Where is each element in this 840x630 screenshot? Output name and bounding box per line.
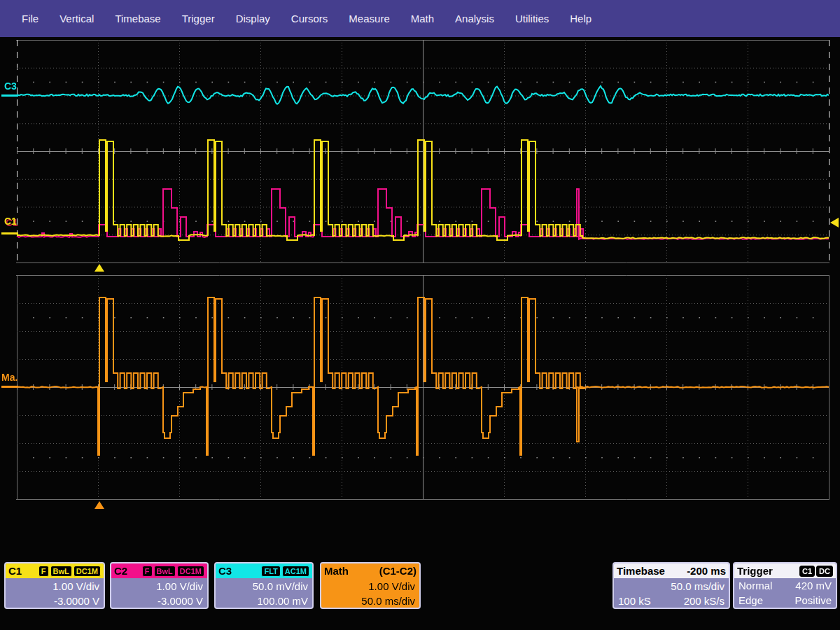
menu-analysis[interactable]: Analysis	[444, 8, 505, 29]
math-vdiv: 1.00 V/div	[326, 579, 415, 594]
c3-descriptor-box[interactable]: C3 FLT AC1M 50.0 mV/div 100.00 mV	[214, 562, 314, 609]
menu-vertical[interactable]: Vertical	[49, 8, 104, 29]
math-tdiv: 50.0 ms/div	[326, 594, 415, 608]
trigger-level-marker[interactable]	[830, 218, 839, 227]
trigger-mode: Normal	[738, 578, 772, 593]
c2-settings: 1.00 V/div -3.0000 V	[111, 578, 207, 608]
c2-bwl-badge: BwL	[154, 566, 176, 577]
c2-coupling-badge: DC1M	[177, 566, 204, 577]
math-formula: (C1-C2)	[379, 565, 416, 577]
c3-coupling-badge: AC1M	[282, 566, 309, 577]
c3-trace-label[interactable]: C3	[4, 82, 17, 91]
trigger-row-1: Normal 420 mV	[734, 578, 836, 593]
trigger-name: Trigger	[737, 565, 773, 577]
trigger-type: Edge	[738, 593, 763, 608]
oscilloscope-screen: File Vertical Timebase Trigger Display C…	[0, 0, 840, 630]
menu-timebase[interactable]: Timebase	[104, 8, 171, 29]
menu-file[interactable]: File	[11, 8, 49, 29]
c1-vdiv: 1.00 V/div	[10, 579, 99, 594]
c2-descriptor-box[interactable]: C2 F BwL DC1M 1.00 V/div -3.0000 V	[110, 562, 209, 609]
menu-bar: File Vertical Timebase Trigger Display C…	[0, 0, 840, 37]
waveform-display[interactable]	[0, 0, 840, 630]
math-zero-indicator	[1, 386, 18, 388]
c1-header: C1 F BwL DC1M	[6, 564, 104, 578]
timebase-rate: 200 kS/s	[684, 594, 724, 608]
c3-vdiv: 50.0 mV/div	[220, 579, 308, 594]
c1-settings: 1.00 V/div -3.0000 V	[6, 578, 104, 608]
c1-descriptor-box[interactable]: C1 F BwL DC1M 1.00 V/div -3.0000 V	[4, 562, 105, 609]
timebase-samples: 100 kS	[618, 594, 651, 608]
c2-coupling-badge-f: F	[142, 566, 153, 577]
c2-header: C2 F BwL DC1M	[111, 564, 207, 578]
c1-name: C1	[8, 565, 22, 577]
math-trace-label[interactable]: Ma.	[1, 373, 18, 382]
menu-cursors[interactable]: Cursors	[281, 8, 339, 29]
c1-coupling-badge-f: F	[38, 566, 49, 577]
c2-name: C2	[114, 565, 127, 577]
menu-display[interactable]: Display	[225, 8, 281, 29]
c3-offset: 100.00 mV	[220, 594, 308, 608]
c2-offset: -3.0000 V	[115, 594, 203, 608]
trigger-coupling-badge: DC	[816, 566, 833, 577]
c3-zero-indicator	[1, 94, 18, 97]
math-settings: 1.00 V/div 50.0 ms/div	[321, 578, 419, 608]
math-descriptor-box[interactable]: Math (C1-C2) 1.00 V/div 50.0 ms/div	[320, 562, 421, 609]
menu-help[interactable]: Help	[559, 8, 602, 29]
timebase-delay: -200 ms	[687, 565, 726, 577]
c1-zero-indicator	[1, 232, 18, 234]
c3-filter-badge: FLT	[261, 566, 280, 577]
c1-trace-label[interactable]: C1	[4, 217, 17, 226]
trigger-time-marker-top[interactable]	[94, 264, 104, 272]
c2-vdiv: 1.00 V/div	[115, 579, 203, 594]
math-header: Math (C1-C2)	[321, 564, 419, 578]
timebase-sampling: 100 kS 200 kS/s	[614, 594, 729, 608]
c1-bwl-badge: BwL	[50, 566, 72, 577]
timebase-descriptor-box[interactable]: Timebase -200 ms 50.0 ms/div 100 kS 200 …	[612, 562, 730, 609]
menu-utilities[interactable]: Utilities	[505, 8, 559, 29]
trigger-time-marker-bottom[interactable]	[94, 501, 104, 509]
trigger-row-2: Edge Positive	[734, 593, 836, 608]
trigger-source-badge: C1	[799, 566, 815, 577]
c1-coupling-badge: DC1M	[74, 566, 101, 577]
timebase-header: Timebase -200 ms	[614, 564, 729, 578]
math-name: Math	[324, 565, 349, 577]
timebase-tdiv: 50.0 ms/div	[614, 578, 729, 594]
trigger-slope: Positive	[794, 593, 832, 608]
trigger-descriptor-box[interactable]: Trigger C1 DC Normal 420 mV Edge Positiv…	[733, 562, 837, 609]
menu-math[interactable]: Math	[400, 8, 444, 29]
c3-header: C3 FLT AC1M	[216, 564, 312, 578]
menu-measure[interactable]: Measure	[338, 8, 400, 29]
c3-settings: 50.0 mV/div 100.00 mV	[216, 578, 312, 608]
timebase-name: Timebase	[617, 565, 665, 577]
trigger-level: 420 mV	[795, 578, 832, 593]
c1-offset: -3.0000 V	[10, 594, 99, 608]
c3-name: C3	[218, 565, 232, 577]
menu-trigger[interactable]: Trigger	[172, 8, 225, 29]
trigger-header: Trigger C1 DC	[734, 564, 836, 578]
